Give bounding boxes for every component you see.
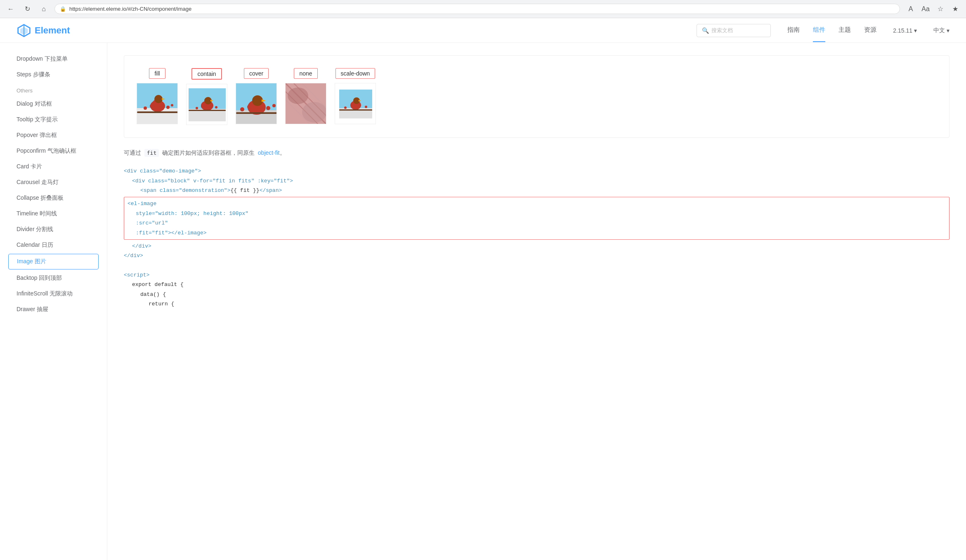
sidebar-item-drawer[interactable]: Drawer 抽屉 <box>0 302 107 317</box>
code-line-14: return { <box>124 299 949 309</box>
page-layout: Element 🔍 搜索文档 指南 组件 主题 资源 2.15.11 ▾ 中文 … <box>0 18 966 560</box>
svg-point-22 <box>201 105 203 108</box>
code-line-13: data() { <box>124 290 949 299</box>
chevron-down-icon: ▾ <box>914 27 917 34</box>
svg-rect-48 <box>339 109 372 111</box>
url-text: https://element.eleme.io/#/zh-CN/compone… <box>69 6 191 12</box>
sidebar-item-dropdown[interactable]: Dropdown 下拉菜单 <box>0 51 107 67</box>
svg-point-13 <box>171 104 173 106</box>
fit-item-none: none <box>285 68 326 124</box>
fit-image-contain <box>186 84 227 125</box>
logo-icon <box>17 23 31 38</box>
svg-point-32 <box>266 106 270 110</box>
svg-point-40 <box>288 87 308 104</box>
code-line-2: <div class="block" v-for="fit in fits" :… <box>124 176 949 186</box>
svg-point-49 <box>344 106 347 109</box>
fit-item-cover: cover <box>236 68 277 124</box>
sidebar-item-infinitescroll[interactable]: InfiniteScroll 无限滚动 <box>0 286 107 302</box>
fit-item-scale-down: scale-down <box>335 68 376 124</box>
sidebar-item-divider[interactable]: Divider 分割线 <box>0 222 107 237</box>
svg-point-30 <box>240 107 244 111</box>
sidebar-item-steps[interactable]: Steps 步骤条 <box>0 67 107 83</box>
home-button[interactable]: ⌂ <box>38 3 50 15</box>
back-button[interactable]: ← <box>5 3 17 15</box>
code-line-10 <box>124 261 949 270</box>
search-icon: 🔍 <box>702 27 709 34</box>
desc-link[interactable]: object-fit <box>258 149 280 156</box>
fit-label-contain[interactable]: contain <box>191 68 222 80</box>
svg-point-50 <box>365 106 367 108</box>
fit-item-contain: contain <box>186 68 227 125</box>
nav-link-component[interactable]: 组件 <box>813 19 825 42</box>
sidebar-item-backtop[interactable]: Backtop 回到顶部 <box>0 270 107 286</box>
fit-image-none <box>285 83 326 124</box>
logo[interactable]: Element <box>17 23 70 38</box>
sidebar-item-popconfirm[interactable]: Popconfirm 气泡确认框 <box>0 143 107 159</box>
code-line-8: </div> <box>124 241 949 251</box>
translate-button[interactable]: A <box>905 3 916 15</box>
sidebar-item-timeline[interactable]: Timeline 时间线 <box>0 206 107 222</box>
sidebar-item-calendar[interactable]: Calendar 日历 <box>0 237 107 253</box>
svg-point-31 <box>247 105 251 109</box>
code-line-3: <span class="demonstration">{{ fit }}</s… <box>124 186 949 195</box>
code-line-6: :src="url" <box>128 218 946 228</box>
sidebar-item-image[interactable]: Image 图片 <box>8 254 99 269</box>
fit-label-cover[interactable]: cover <box>244 68 269 79</box>
sidebar-item-dialog[interactable]: Dialog 对话框 <box>0 96 107 112</box>
highlighted-code-block: <el-image style="width: 100px; height: 1… <box>124 197 949 240</box>
sidebar: Dropdown 下拉菜单 Steps 步骤条 Others Dialog 对话… <box>0 43 107 560</box>
code-line-1: <div class="demo-image"> <box>124 166 949 176</box>
desc-code: fit <box>144 149 159 157</box>
sidebar-item-card[interactable]: Card 卡片 <box>0 159 107 175</box>
browser-chrome: ← ↻ ⌂ 🔒 https://element.eleme.io/#/zh-CN… <box>0 0 966 18</box>
language-selector[interactable]: 中文 ▾ <box>933 27 949 34</box>
fit-label-none[interactable]: none <box>294 68 317 79</box>
lock-icon: 🔒 <box>60 6 66 12</box>
chevron-down-icon: ▾ <box>947 27 949 34</box>
fit-label-scale-down[interactable]: scale-down <box>335 68 376 79</box>
search-input[interactable]: 🔍 搜索文档 <box>697 24 771 37</box>
refresh-button[interactable]: ↻ <box>21 3 33 15</box>
fit-label-fill[interactable]: fill <box>149 68 165 79</box>
main-content: fill <box>107 43 966 560</box>
image-fit-row: fill <box>137 68 937 125</box>
sidebar-item-carousel[interactable]: Carousel 走马灯 <box>0 175 107 190</box>
nav-links: 指南 组件 主题 资源 <box>787 19 876 42</box>
svg-point-33 <box>272 104 276 107</box>
sidebar-item-popover[interactable]: Popover 弹出框 <box>0 128 107 143</box>
sidebar-item-collapse[interactable]: Collapse 折叠面板 <box>0 190 107 206</box>
browser-actions: A Aa ☆ ★ <box>905 3 961 15</box>
svg-point-7 <box>154 95 163 103</box>
address-bar[interactable]: 🔒 https://element.eleme.io/#/zh-CN/compo… <box>54 4 900 14</box>
demo-section: fill <box>124 55 949 138</box>
code-line-12: export default { <box>124 280 949 289</box>
svg-point-10 <box>144 106 147 110</box>
description: 可通过 fit 确定图片如何适应到容器框，同原生 object-fit。 <box>124 148 949 158</box>
nav-link-resources[interactable]: 资源 <box>864 19 876 42</box>
sidebar-section-others: Others <box>0 83 107 96</box>
desc-text-before: 可通过 <box>124 149 141 156</box>
desc-text-middle: 确定图片如何适应到容器框，同原生 <box>162 149 255 156</box>
version-selector[interactable]: 2.15.11 ▾ <box>893 27 917 34</box>
svg-rect-9 <box>137 111 178 113</box>
svg-point-27 <box>252 95 263 106</box>
reader-button[interactable]: Aa <box>920 3 931 15</box>
sidebar-item-tooltip[interactable]: Tooltip 文字提示 <box>0 112 107 128</box>
fit-image-scale-down <box>335 83 376 124</box>
code-line-9: </div> <box>124 251 949 260</box>
svg-point-12 <box>166 106 170 109</box>
code-line-4: <el-image <box>128 199 946 208</box>
nav-link-guide[interactable]: 指南 <box>787 19 800 42</box>
collections-button[interactable]: ☆ <box>935 3 946 15</box>
svg-rect-20 <box>189 110 226 111</box>
fit-image-cover <box>236 83 277 124</box>
code-line-5: style="width: 100px; height: 100px" <box>128 209 946 218</box>
nav-link-theme[interactable]: 主题 <box>838 19 851 42</box>
favorites-button[interactable]: ★ <box>949 3 961 15</box>
svg-point-41 <box>302 102 326 123</box>
svg-point-21 <box>196 107 198 109</box>
fit-item-fill: fill <box>137 68 178 124</box>
svg-point-23 <box>215 106 217 109</box>
code-block: <div class="demo-image"> <div class="blo… <box>124 166 949 309</box>
fit-image-fill <box>137 83 178 124</box>
